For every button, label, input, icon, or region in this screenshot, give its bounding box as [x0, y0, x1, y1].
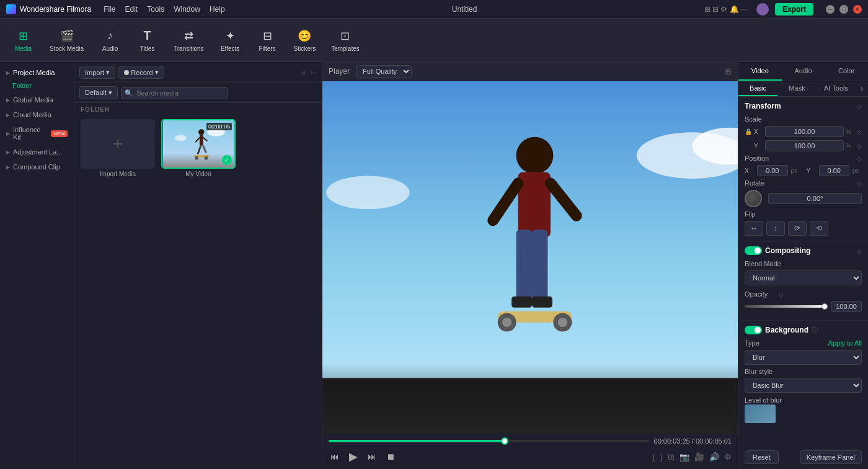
audio-icon-player[interactable]: 🔊 — [709, 452, 719, 462]
snapshot-icon[interactable]: 📷 — [680, 452, 689, 462]
flip-label: Flip — [745, 210, 776, 218]
menu-tools[interactable]: Tools — [147, 5, 164, 14]
background-toggle-switch[interactable] — [745, 326, 762, 334]
sub-tab-mask[interactable]: Mask — [777, 81, 817, 96]
svg-point-11 — [205, 156, 208, 160]
my-video-thumb[interactable]: 00:00:05 ✓ My Video — [161, 119, 236, 177]
sidebar-item-global-media[interactable]: ▶ Global Media — [0, 92, 74, 107]
media-toolbar-icons: ≡ ··· — [301, 68, 317, 77]
keyframe-panel-button[interactable]: Keyframe Panel — [800, 450, 862, 464]
timeline-track[interactable] — [329, 440, 649, 442]
y-label-scale: Y — [754, 143, 763, 150]
sidebar-item-cloud-media[interactable]: ▶ Cloud Media — [0, 107, 74, 122]
blur-style-select[interactable]: Basic Blur Luminance Blur — [745, 378, 862, 393]
toolbar-effects[interactable]: ✦ Effects — [213, 25, 247, 55]
record-button[interactable]: Record ▾ — [118, 66, 164, 79]
opacity-value[interactable]: 100.00 — [831, 301, 862, 312]
rotate-cw-button[interactable]: ⟳ — [788, 221, 807, 236]
background-title: Background — [765, 326, 808, 334]
mark-in-icon[interactable]: { — [652, 452, 655, 462]
rotate-keyframe-icon[interactable]: ◇ — [857, 180, 862, 187]
import-button[interactable]: Import ▾ — [79, 66, 115, 79]
timeline-progress — [329, 440, 505, 442]
folder-item[interactable]: Folder — [0, 80, 74, 92]
rotate-wheel[interactable] — [745, 190, 762, 207]
position-x-value[interactable]: 0.00 — [757, 165, 788, 176]
blend-mode-select[interactable]: Normal Multiply Screen Overlay — [745, 270, 862, 285]
app-logo-icon — [6, 4, 16, 14]
default-button[interactable]: Default ▾ — [79, 86, 118, 99]
settings-icon-player[interactable]: ⚙ — [724, 452, 732, 462]
menu-file[interactable]: File — [104, 5, 115, 14]
step-forward-button[interactable]: ⏭ — [366, 450, 378, 463]
sidebar-item-influence-kit[interactable]: ▶ Influence Kit NEW — [0, 122, 74, 145]
rotate-ccw-button[interactable]: ⟲ — [810, 221, 828, 236]
svg-point-2 — [175, 135, 187, 141]
scale-y-keyframe-icon[interactable]: ◇ — [857, 143, 862, 150]
step-back-button[interactable]: ⏮ — [329, 450, 341, 463]
thumb-duration: 00:00:05 — [206, 123, 232, 130]
toolbar-media[interactable]: ⊞ Media — [6, 25, 40, 55]
my-video-label: My Video — [185, 171, 211, 177]
mark-out-icon[interactable]: } — [660, 452, 663, 462]
svg-rect-22 — [532, 297, 552, 308]
camera-icon[interactable]: 🎥 — [694, 452, 704, 462]
compositing-toggle-switch[interactable] — [745, 246, 762, 255]
quality-select[interactable]: Full Quality — [356, 65, 412, 78]
user-avatar[interactable] — [756, 3, 769, 16]
maximize-button[interactable]: □ — [839, 5, 848, 14]
opacity-slider[interactable] — [745, 305, 828, 308]
toolbar-stickers[interactable]: 😊 Stickers — [288, 25, 322, 55]
import-media-thumb[interactable]: + Import Media — [81, 119, 155, 177]
toolbar-transitions[interactable]: ⇄ Transitions — [167, 25, 210, 55]
sidebar-item-project-media[interactable]: ▶ Project Media — [0, 65, 74, 80]
fullscreen-icon[interactable]: ⊞ — [724, 66, 732, 76]
flip-horizontal-button[interactable]: ↔ — [745, 221, 763, 236]
toolbar-templates[interactable]: ⊡ Templates — [325, 25, 366, 55]
tab-video[interactable]: Video — [738, 62, 782, 81]
toolbar-titles[interactable]: T Titles — [130, 25, 164, 55]
apply-all-button[interactable]: Apply to All — [828, 339, 862, 347]
menu-help[interactable]: Help — [210, 5, 225, 14]
sidebar-item-adjustment-layer[interactable]: ▶ Adjustment La... — [0, 145, 74, 159]
stop-button[interactable]: ⏹ — [384, 450, 397, 463]
flip-row: Flip — [745, 210, 862, 218]
toolbar-audio[interactable]: ♪ Audio — [93, 25, 127, 55]
background-info-icon[interactable]: ⓘ — [812, 326, 818, 334]
rotate-value[interactable]: 0.00° — [768, 193, 862, 204]
position-y-value[interactable]: 0.00 — [819, 165, 850, 176]
sub-tab-ai-tools[interactable]: AI Tools — [817, 81, 856, 96]
menu-edit[interactable]: Edit — [125, 5, 138, 14]
player-header: Player Full Quality ⊞ — [322, 62, 738, 81]
tab-audio[interactable]: Audio — [782, 62, 825, 81]
sidebar-item-compound-clip[interactable]: ▶ Compound Clip — [0, 159, 74, 174]
filter-icon[interactable]: ≡ — [301, 68, 306, 77]
flip-vertical-button[interactable]: ↕ — [766, 221, 785, 236]
extract-icon[interactable]: ⊞ — [668, 452, 675, 462]
menu-window[interactable]: Window — [174, 5, 200, 14]
search-icon: 🔍 — [125, 89, 133, 97]
close-button[interactable]: ✕ — [853, 5, 862, 14]
blend-mode-label: Blend Mode — [745, 260, 781, 267]
toolbar-stock-media[interactable]: 🎬 Stock Media — [43, 25, 90, 55]
opacity-keyframe-icon[interactable]: ◇ — [779, 291, 784, 298]
more-icon[interactable]: ··· — [311, 68, 317, 77]
play-button[interactable]: ▶ — [347, 448, 360, 465]
scale-y-value[interactable]: 100.00 — [765, 140, 844, 151]
transform-reset-icon[interactable]: ◇ — [857, 103, 862, 110]
search-input[interactable] — [121, 87, 228, 99]
minimize-button[interactable]: ─ — [826, 5, 835, 14]
compositing-keyframe-icon[interactable]: ◇ — [857, 248, 862, 254]
export-button[interactable]: Export — [775, 3, 813, 16]
more-tabs-icon[interactable]: › — [856, 81, 868, 96]
position-keyframe-icon[interactable]: ◇ — [857, 155, 862, 162]
title-bar-right: ⊞ ⊟ ⚙ 🔔 ··· Export ─ □ ✕ — [704, 3, 862, 16]
scale-x-keyframe-icon[interactable]: ◇ — [857, 128, 862, 135]
scale-x-value[interactable]: 100.00 — [765, 126, 844, 137]
background-type-select[interactable]: Blur Color Image — [745, 350, 862, 365]
tab-color[interactable]: Color — [825, 62, 868, 81]
reset-button[interactable]: Reset — [745, 450, 779, 464]
sub-tab-basic[interactable]: Basic — [738, 81, 777, 96]
toolbar-filters[interactable]: ⊟ Filters — [250, 25, 285, 55]
search-wrapper: 🔍 — [121, 87, 317, 99]
